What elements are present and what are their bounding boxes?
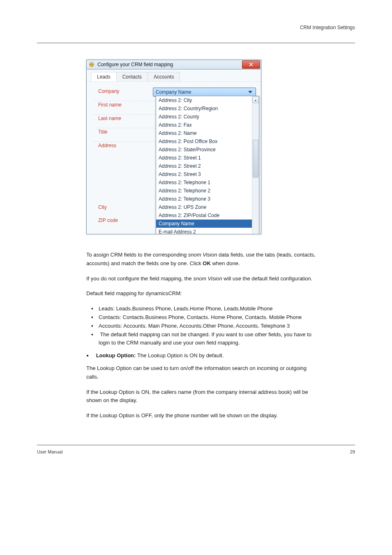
list-item: Lookup Option: The Lookup Option is ON b…	[86, 352, 316, 360]
header-right: CRM Integration Settings	[37, 25, 355, 30]
header-rule	[37, 43, 355, 43]
dropdown-item[interactable]: E-mail Address 2	[156, 228, 252, 234]
dropdown-item[interactable]: Address 2: Fax	[156, 121, 252, 129]
dropdown-item[interactable]: Company Name	[156, 220, 252, 228]
text: If you do not configure the field mappin…	[86, 275, 193, 282]
tab-contacts[interactable]: Contacts	[116, 72, 148, 81]
footer-right: 29	[350, 449, 355, 454]
dropdown-item[interactable]: Address 2: Street 3	[156, 170, 252, 178]
company-dropdown: Address 2: CityAddress 2: Country/Region…	[156, 96, 259, 234]
company-combobox[interactable]: Company Name	[153, 88, 256, 97]
dropdown-item[interactable]: Address 2: UPS Zone	[156, 203, 252, 211]
text: OK	[203, 260, 211, 266]
form-area: Company Company Name First name Last nam…	[87, 82, 261, 233]
default-mapping-list: Leads: Leads.Business Phone, Leads.Home …	[86, 305, 316, 347]
prose-after3: If the Lookup Option is OFF, only the ph…	[86, 412, 316, 420]
prose-p1: To assign CRM fields to the correspondin…	[86, 251, 316, 268]
dropdown-item[interactable]: Address 2: Street 2	[156, 162, 252, 170]
dropdown-item[interactable]: Address 2: Street 1	[156, 154, 252, 162]
doc-prose: To assign CRM fields to the correspondin…	[86, 251, 316, 420]
text: snom Vision	[193, 275, 222, 282]
dialog-titlebar: Configure your CRM field mapping	[86, 60, 261, 69]
prose-after2: If the Lookup Option is ON, the callers …	[86, 388, 316, 405]
prose-p3: Default field mapping for dynamicsCRM:	[86, 289, 316, 298]
close-button[interactable]	[242, 60, 260, 69]
label-address: Address	[98, 142, 156, 148]
text: login to the CRM manually and use your o…	[93, 339, 240, 347]
close-icon	[249, 62, 253, 67]
page-footer: User Manual 29	[37, 445, 355, 454]
footer-left: User Manual	[37, 449, 62, 454]
dropdown-item[interactable]: Address 2: Post Office Box	[156, 137, 252, 146]
chevron-down-icon	[247, 89, 253, 95]
prose-p2: If you do not configure the field mappin…	[86, 275, 316, 283]
dropdown-item[interactable]: Address 2: Country/Region	[156, 104, 252, 113]
scroll-up-button[interactable]: ▴	[252, 97, 259, 103]
text: when done.	[211, 260, 240, 266]
label-city: City	[98, 204, 156, 210]
label-title: Title	[98, 128, 156, 135]
dropdown-item[interactable]: Address 2: City	[156, 96, 252, 104]
tabs: Leads Contacts Accounts	[87, 69, 261, 82]
dialog-body: Leads Contacts Accounts Company Company …	[86, 69, 261, 234]
label-zipcode: ZIP code	[98, 217, 156, 223]
text: snom Vision	[188, 252, 217, 258]
scroll-thumb[interactable]	[253, 140, 258, 178]
text: The Lookup Option is ON by default.	[137, 352, 224, 358]
list-item: Contacts: Contacts.Business Phone, Conta…	[93, 313, 316, 322]
dropdown-list[interactable]: Address 2: CityAddress 2: Country/Region…	[156, 96, 252, 234]
tab-leads[interactable]: Leads	[91, 72, 117, 81]
dropdown-scrollbar[interactable]: ▴ ▾	[252, 96, 259, 234]
dropdown-item[interactable]: Address 2: County	[156, 113, 252, 121]
app-icon	[88, 61, 95, 68]
scroll-track	[253, 104, 258, 234]
lookup-bullet: Lookup Option: The Lookup Option is ON b…	[86, 352, 316, 360]
tab-accounts[interactable]: Accounts	[148, 72, 180, 81]
dialog-configure-mapping: Configure your CRM field mapping Leads C…	[86, 60, 261, 234]
text: The default field mapping can not be cha…	[100, 331, 311, 338]
dropdown-item[interactable]: Address 2: ZIP/Postal Code	[156, 211, 252, 220]
text: To assign CRM fields to the correspondin…	[86, 252, 188, 258]
dropdown-item[interactable]: Address 2: Name	[156, 129, 252, 137]
label-lastname: Last name	[98, 115, 156, 121]
prose-after1: The Lookup Option can be used to turn on…	[86, 364, 316, 382]
dropdown-item[interactable]: Address 2: Telephone 1	[156, 178, 252, 187]
company-combobox-value: Company Name	[156, 89, 191, 95]
label-firstname: First name	[98, 101, 156, 108]
dropdown-item[interactable]: Address 2: Telephone 3	[156, 195, 252, 203]
dropdown-item[interactable]: Address 2: Telephone 2	[156, 187, 252, 195]
list-item: The default field mapping can not be cha…	[93, 331, 316, 348]
list-item: Accounts: Accounts. Main Phone, Accounts…	[93, 322, 316, 331]
list-item: Leads: Leads.Business Phone, Leads.Home …	[93, 305, 316, 313]
dropdown-item[interactable]: Address 2: State/Province	[156, 146, 252, 154]
dialog-title: Configure your CRM field mapping	[97, 62, 242, 67]
text: Lookup Option:	[96, 352, 137, 358]
label-company: Company	[98, 88, 153, 94]
text: will use the default field configuration…	[222, 275, 313, 282]
svg-point-0	[90, 62, 94, 67]
